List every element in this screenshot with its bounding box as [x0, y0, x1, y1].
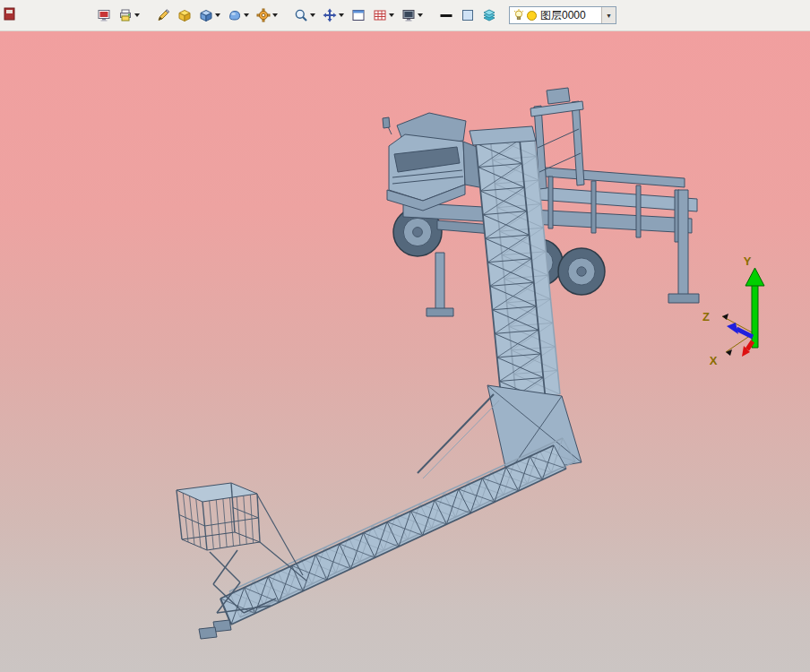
axis-y-label: Y — [744, 254, 752, 268]
gear-icon — [256, 8, 271, 22]
pan-button[interactable] — [320, 4, 347, 26]
color-swatch-icon — [461, 8, 475, 22]
solid-icon — [199, 8, 213, 22]
line-width-icon — [439, 8, 453, 22]
surface-dropdown-arrow[interactable] — [244, 13, 249, 17]
zoom-icon — [294, 8, 308, 22]
app-icon[interactable] — [4, 7, 16, 25]
layer-combo-dropdown-button[interactable]: ▼ — [601, 7, 616, 23]
gear-dropdown-arrow[interactable] — [272, 13, 278, 17]
gear-button[interactable] — [254, 4, 280, 26]
grid-dropdown-arrow[interactable] — [389, 13, 394, 17]
display-icon-button[interactable] — [94, 4, 114, 26]
sketch-button[interactable] — [153, 4, 173, 26]
light-bulb-icon — [513, 9, 525, 22]
grid-icon — [373, 8, 387, 22]
axis-x-label: X — [710, 354, 718, 367]
layer-combo-value[interactable]: 图层0000 — [539, 7, 601, 23]
layer-combo[interactable]: 图层0000 ▼ — [509, 6, 616, 24]
axis-triad[interactable] — [722, 268, 764, 357]
print-dropdown-arrow[interactable] — [134, 13, 140, 17]
main-toolbar: 图层0000 ▼ — [0, 0, 810, 31]
zoom-dropdown-arrow[interactable] — [310, 13, 315, 17]
display-mode-icon — [401, 8, 416, 22]
material-button[interactable] — [175, 4, 194, 26]
layers-button[interactable] — [479, 4, 499, 26]
display-mode-button[interactable] — [399, 4, 426, 26]
window-icon — [351, 8, 366, 22]
axis-z-label: Z — [702, 310, 710, 323]
line-width-button[interactable] — [436, 4, 456, 26]
zoom-button[interactable] — [291, 4, 318, 26]
pan-icon — [323, 8, 337, 22]
surface-icon — [228, 8, 242, 22]
material-icon — [177, 8, 192, 22]
color-swatch-button[interactable] — [458, 4, 478, 26]
layer-color-icon — [527, 11, 537, 21]
model-3d[interactable] — [177, 88, 699, 639]
display-mode-dropdown-arrow[interactable] — [418, 13, 423, 17]
solid-button[interactable] — [196, 4, 223, 26]
print-button[interactable] — [116, 4, 142, 26]
window-button[interactable] — [349, 4, 368, 26]
pan-dropdown-arrow[interactable] — [339, 13, 344, 17]
sketch-icon — [156, 8, 170, 22]
solid-dropdown-arrow[interactable] — [215, 13, 220, 17]
display-icon — [97, 8, 111, 22]
scene-svg: Y Z X — [0, 0, 810, 672]
print-icon — [118, 8, 133, 22]
grid-button[interactable] — [370, 4, 397, 26]
layers-icon — [482, 8, 496, 22]
surface-button[interactable] — [225, 4, 252, 26]
